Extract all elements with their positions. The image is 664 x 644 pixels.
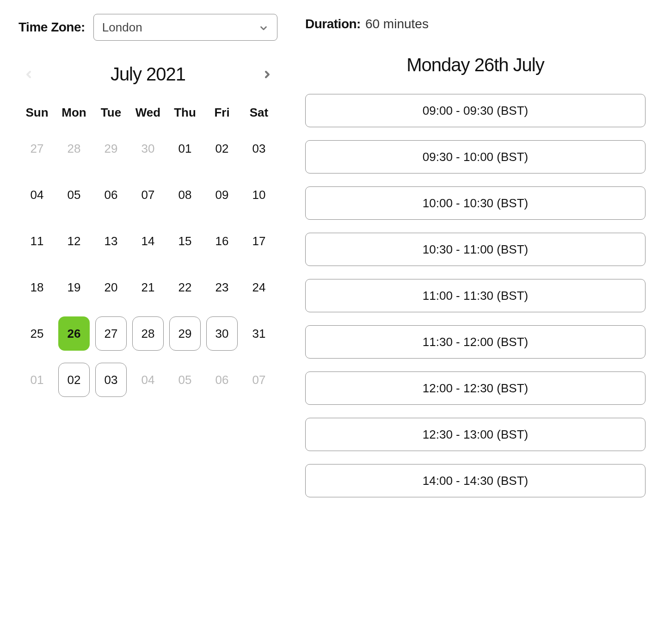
weekday-header: Wed (129, 105, 166, 120)
calendar-day: 01 (169, 131, 201, 166)
calendar-day: 15 (169, 224, 201, 258)
calendar-day: 07 (243, 363, 275, 397)
time-slot[interactable]: 09:00 - 09:30 (BST) (305, 94, 646, 127)
timezone-select[interactable]: London (93, 14, 277, 41)
calendar-day: 16 (206, 224, 238, 258)
time-slot[interactable]: 14:00 - 14:30 (BST) (305, 464, 646, 497)
calendar-day: 28 (58, 131, 90, 166)
calendar-day: 07 (132, 178, 164, 212)
calendar-day: 05 (58, 178, 90, 212)
calendar-day[interactable]: 30 (206, 316, 238, 351)
weekday-header: Mon (55, 105, 92, 120)
timezone-value: London (102, 20, 142, 35)
duration-label: Duration: (305, 17, 361, 31)
weekday-header: Tue (92, 105, 129, 120)
chevron-down-icon (258, 22, 269, 32)
calendar-day[interactable]: 03 (95, 363, 127, 397)
calendar-day[interactable]: 29 (169, 316, 201, 351)
calendar-day: 17 (243, 224, 275, 258)
time-slot[interactable]: 10:00 - 10:30 (BST) (305, 186, 646, 220)
calendar-day: 06 (206, 363, 238, 397)
calendar-day: 01 (21, 363, 53, 397)
calendar-day: 12 (58, 224, 90, 258)
calendar-day: 04 (132, 363, 164, 397)
weekday-header: Sun (18, 105, 55, 120)
weekday-header: Thu (166, 105, 203, 120)
time-slot[interactable]: 09:30 - 10:00 (BST) (305, 140, 646, 173)
calendar-day: 19 (58, 270, 90, 304)
next-month-button[interactable] (257, 64, 277, 85)
calendar-day[interactable]: 27 (95, 316, 127, 351)
calendar-day: 30 (132, 131, 164, 166)
calendar-day: 11 (21, 224, 53, 258)
calendar-day[interactable]: 28 (132, 316, 164, 351)
time-slot[interactable]: 10:30 - 11:00 (BST) (305, 233, 646, 266)
calendar-day: 21 (132, 270, 164, 304)
duration-value: 60 minutes (365, 17, 429, 31)
time-slot[interactable]: 11:00 - 11:30 (BST) (305, 279, 646, 312)
calendar-day: 20 (95, 270, 127, 304)
calendar-day: 14 (132, 224, 164, 258)
calendar-day: 02 (206, 131, 238, 166)
timezone-label: Time Zone: (18, 20, 85, 35)
calendar-day[interactable]: 26 (58, 316, 90, 351)
calendar-day: 09 (206, 178, 238, 212)
calendar-day[interactable]: 02 (58, 363, 90, 397)
calendar-day: 29 (95, 131, 127, 166)
calendar-day: 18 (21, 270, 53, 304)
calendar-day: 05 (169, 363, 201, 397)
calendar-day: 06 (95, 178, 127, 212)
calendar-day: 13 (95, 224, 127, 258)
weekday-header: Fri (203, 105, 240, 120)
weekday-header: Sat (240, 105, 277, 120)
time-slot[interactable]: 12:30 - 13:00 (BST) (305, 418, 646, 451)
calendar-day: 22 (169, 270, 201, 304)
time-slot[interactable]: 11:30 - 12:00 (BST) (305, 325, 646, 359)
prev-month-button (18, 64, 39, 85)
calendar-day: 24 (243, 270, 275, 304)
time-slot[interactable]: 12:00 - 12:30 (BST) (305, 372, 646, 405)
month-title: July 2021 (111, 64, 185, 85)
calendar-day: 03 (243, 131, 275, 166)
selected-date-title: Monday 26th July (305, 55, 646, 75)
calendar-day: 08 (169, 178, 201, 212)
calendar-day: 04 (21, 178, 53, 212)
calendar-day: 23 (206, 270, 238, 304)
calendar-day: 10 (243, 178, 275, 212)
calendar-day: 27 (21, 131, 53, 166)
calendar-day: 31 (243, 316, 275, 351)
calendar-day: 25 (21, 316, 53, 351)
calendar: SunMonTueWedThuFriSat 272829300102030405… (18, 105, 277, 397)
